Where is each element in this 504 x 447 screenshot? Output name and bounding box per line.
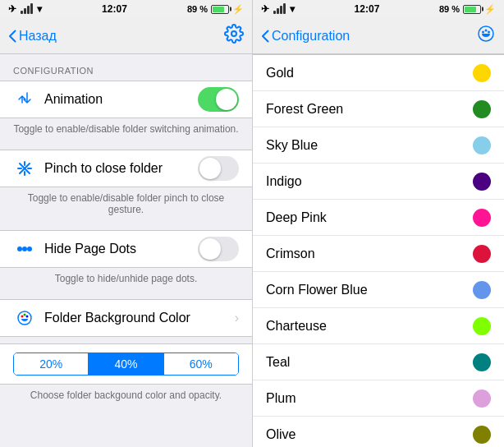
svg-point-13 (26, 316, 29, 318)
status-bar-right: ✈ ▾ 12:07 89 % ⚡ (253, 0, 504, 18)
color-dot (473, 317, 491, 335)
airplane-icon-right: ✈ (261, 3, 269, 15)
nav-bar-right: Configuration (253, 18, 504, 54)
signal-icon (21, 4, 33, 14)
color-item-label: Sky Blue (266, 138, 473, 153)
animation-item: Animation (0, 81, 252, 118)
color-item[interactable]: Charteuse (253, 308, 504, 344)
color-item-label: Gold (266, 66, 473, 81)
config-section-header: CONFIGURATION (0, 54, 252, 81)
battery-icon-left (211, 5, 229, 14)
color-item[interactable]: Olive (253, 417, 504, 447)
status-right-left: 89 % ⚡ (187, 4, 244, 15)
wifi-icon-right: ▾ (290, 3, 295, 15)
color-dot (473, 281, 491, 299)
color-item[interactable]: Teal (253, 344, 504, 380)
back-chevron-icon (8, 30, 16, 43)
animation-toggle[interactable] (198, 87, 239, 112)
color-item[interactable]: Crimson (253, 236, 504, 272)
color-dot (473, 389, 491, 408)
back-chevron-icon-right (261, 30, 269, 43)
svg-point-0 (231, 31, 236, 36)
status-left: ✈ ▾ (8, 3, 42, 15)
color-item-label: Plum (266, 391, 473, 406)
left-panel: ✈ ▾ 12:07 89 % ⚡ Назад (0, 0, 252, 447)
opacity-desc: Choose folder backgound color and opacit… (0, 385, 252, 409)
bgcolor-label: Folder Background Color (44, 311, 228, 325)
color-dot (473, 245, 491, 263)
pagedots-toggle[interactable] (198, 237, 239, 261)
bgcolor-group: Folder Background Color › (0, 299, 252, 337)
bgcolor-chevron-icon: › (235, 311, 239, 325)
svg-point-7 (17, 247, 22, 251)
color-dot (473, 353, 491, 371)
color-item[interactable]: Deep Pink (253, 200, 504, 236)
svg-point-12 (24, 314, 26, 316)
pinch-icon (13, 157, 36, 180)
status-time-left: 12:07 (102, 3, 127, 15)
back-button-right[interactable]: Configuration (261, 29, 350, 44)
pinch-toggle[interactable] (198, 156, 239, 181)
color-item[interactable]: Plum (253, 380, 504, 417)
bgcolor-item[interactable]: Folder Background Color › (0, 300, 252, 336)
animation-icon (13, 88, 36, 111)
palette-icon (13, 306, 36, 329)
color-dot (473, 173, 491, 191)
color-dot (473, 426, 491, 444)
pinch-label: Pinch to close folder (44, 161, 198, 176)
color-item-label: Crimson (266, 247, 473, 261)
status-right-right: 89 % ⚡ (439, 4, 496, 15)
color-dot (473, 136, 491, 154)
opacity-40[interactable]: 40% (88, 353, 163, 375)
opacity-60[interactable]: 60% (163, 353, 238, 375)
color-item[interactable]: Indigo (253, 164, 504, 200)
color-item[interactable]: Sky Blue (253, 127, 504, 164)
svg-point-15 (482, 31, 484, 34)
right-panel: ✈ ▾ 12:07 89 % ⚡ Configuration (252, 0, 504, 447)
color-item-label: Olive (266, 427, 473, 442)
palette-nav-icon (476, 24, 496, 48)
pagedots-icon (13, 237, 36, 260)
color-item-label: Charteuse (266, 319, 473, 334)
back-button-left[interactable]: Назад (8, 29, 57, 44)
airplane-icon: ✈ (8, 3, 16, 15)
pagedots-item: Hide Page Dots (0, 231, 252, 267)
svg-point-8 (22, 247, 27, 251)
opacity-slider[interactable]: 20% 40% 60% (13, 353, 239, 376)
svg-point-9 (27, 247, 32, 251)
color-dot (473, 64, 491, 82)
color-item[interactable]: Corn Flower Blue (253, 272, 504, 308)
charging-icon-right: ⚡ (484, 4, 496, 15)
color-item[interactable]: Gold (253, 55, 504, 91)
status-left-right: ✈ ▾ (261, 3, 295, 15)
status-bar-left: ✈ ▾ 12:07 89 % ⚡ (0, 0, 252, 18)
animation-group: Animation (0, 81, 252, 118)
pinch-group: Pinch to close folder (0, 150, 252, 187)
pinch-item: Pinch to close folder (0, 150, 252, 187)
wifi-icon: ▾ (37, 3, 42, 15)
status-time-right: 12:07 (355, 3, 380, 15)
svg-point-10 (18, 311, 31, 325)
pagedots-group: Hide Page Dots (0, 230, 252, 268)
nav-bar-left: Назад (0, 18, 252, 54)
pinch-desc: Toggle to enable/disable folder pinch to… (0, 187, 252, 224)
color-item-label: Indigo (266, 174, 473, 189)
battery-percent-left: 89 % (187, 4, 208, 14)
color-list: GoldForest GreenSky BlueIndigoDeep PinkC… (253, 54, 504, 447)
color-item-label: Deep Pink (266, 210, 473, 225)
color-item-label: Teal (266, 355, 473, 370)
color-item[interactable]: Forest Green (253, 91, 504, 127)
gear-icon[interactable] (224, 24, 244, 48)
svg-point-17 (488, 31, 490, 34)
battery-percent-right: 89 % (439, 4, 460, 14)
opacity-container: 20% 40% 60% (0, 343, 252, 385)
back-label-left: Назад (19, 29, 57, 44)
svg-point-11 (21, 316, 24, 318)
pagedots-desc: Toggle to hide/unhide page dots. (0, 268, 252, 293)
pagedots-label: Hide Page Dots (44, 242, 198, 256)
opacity-20[interactable]: 20% (14, 353, 88, 375)
color-item-label: Corn Flower Blue (266, 283, 473, 297)
animation-desc: Toggle to enable/disable folder switchin… (0, 118, 252, 143)
signal-icon-right (273, 4, 286, 14)
color-item-label: Forest Green (266, 102, 473, 117)
